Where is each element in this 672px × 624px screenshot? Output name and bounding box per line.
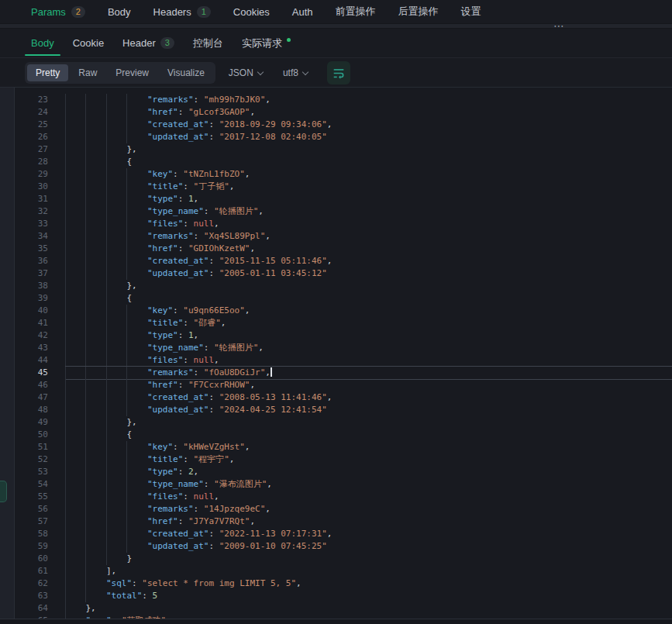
view-mode-raw[interactable]: Raw	[70, 64, 105, 81]
line-number: 63	[16, 590, 48, 602]
indent-guide	[65, 205, 66, 218]
tab-实际请求[interactable]: 实际请求	[233, 29, 300, 57]
code-line[interactable]: "remarks": "fOaU8DGiJr",	[65, 367, 672, 379]
code-line[interactable]: "type": 1,	[65, 193, 672, 205]
code-line[interactable]: "updated_at": "2009-01-10 07:45:25"	[65, 540, 672, 553]
line-number: 54	[16, 478, 48, 491]
code-line[interactable]: },	[65, 416, 672, 429]
indent-guide	[126, 342, 127, 354]
tab-cookies[interactable]: Cookies	[233, 6, 270, 18]
code-line[interactable]: "href": "J7Ya7V7RQt",	[65, 515, 672, 528]
code-line[interactable]: },	[65, 602, 672, 615]
code-line[interactable]: "key": "u9qn66E5oo",	[65, 305, 672, 317]
code-line-text: "title": "丁子韬",	[65, 181, 672, 193]
code-line[interactable]: "type": 2,	[65, 466, 672, 478]
code-line[interactable]: {	[65, 292, 672, 305]
indent-guide	[106, 391, 107, 404]
indent-guide	[65, 329, 66, 342]
view-mode-pretty[interactable]: Pretty	[27, 64, 68, 81]
code-line[interactable]: "type_name": "瀑布流图片",	[65, 478, 672, 491]
tab-设置[interactable]: 设置	[461, 5, 481, 19]
indent-guide	[106, 243, 107, 255]
tab-后置操作[interactable]: 后置操作	[398, 5, 439, 19]
view-mode-preview[interactable]: Preview	[107, 64, 157, 81]
encoding-dropdown[interactable]: utf8	[276, 67, 315, 78]
panel-handle[interactable]	[0, 481, 7, 502]
code-line-text: "files": null,	[65, 354, 672, 367]
code-line[interactable]: "href": "gLcof3GAOP",	[65, 106, 672, 119]
indent-guide	[65, 391, 66, 404]
indent-guide	[85, 478, 86, 491]
tab-label: 后置操作	[398, 5, 439, 19]
code-line-text: "remarks": "fOaU8DGiJr",	[65, 367, 672, 379]
view-mode-visualize[interactable]: Visualize	[159, 64, 213, 81]
code-line[interactable]: "sql": "select * from img LIMIT 5, 5",	[65, 577, 672, 590]
code-line[interactable]: "key": "kHWeVZgHst",	[65, 441, 672, 453]
code-line[interactable]: "files": null,	[65, 218, 672, 230]
line-number: 61	[16, 565, 48, 577]
code-line[interactable]: "title": "丁子韬",	[65, 181, 672, 193]
format-dropdown[interactable]: JSON	[222, 67, 270, 78]
line-number: 64	[16, 602, 48, 615]
panel-splitter[interactable]: ⋯	[0, 23, 672, 29]
tab-body[interactable]: Body	[22, 29, 64, 57]
code-line[interactable]: "href": "F7CcxrRHOW",	[65, 379, 672, 391]
code-line[interactable]: "href": "GDIOhKzetW",	[65, 243, 672, 255]
code-line[interactable]: "total": 5	[65, 590, 672, 602]
code-line-text: "key": "tNZnL1fbZO",	[65, 168, 672, 181]
code-line[interactable]: "remarks": "mh99h7bJK0",	[65, 94, 672, 106]
code-line[interactable]: "key": "tNZnL1fbZO",	[65, 168, 672, 181]
code-line[interactable]: "created_at": "2018-09-29 09:34:06",	[65, 119, 672, 131]
code-line[interactable]: "files": null,	[65, 354, 672, 367]
code-line-text: "created_at": "2022-11-13 07:17:31",	[65, 528, 672, 540]
indent-guide	[126, 540, 127, 553]
indent-guide	[106, 379, 107, 391]
indent-guide	[126, 379, 127, 391]
code-line[interactable]: "created_at": "2015-11-15 05:11:46",	[65, 255, 672, 267]
indent-guide	[65, 453, 66, 466]
drag-handle-icon: ⋯	[553, 22, 565, 28]
tab-控制台[interactable]: 控制台	[184, 29, 233, 57]
text-cursor	[271, 367, 272, 377]
code-line[interactable]: "type_name": "轮播图片",	[65, 342, 672, 354]
indent-guide	[126, 267, 127, 280]
code-line[interactable]: {	[65, 156, 672, 168]
indent-guide	[126, 441, 127, 453]
indent-guide	[106, 267, 107, 280]
tab-headers[interactable]: Headers1	[153, 6, 211, 18]
indent-guide	[65, 404, 66, 416]
line-number: 31	[16, 193, 48, 205]
code-line[interactable]: "title": "程宇宁",	[65, 453, 672, 466]
tab-cookie[interactable]: Cookie	[64, 29, 113, 57]
code-line[interactable]: {	[65, 429, 672, 441]
code-line[interactable]: "remarks": "14Jpzqe9eC",	[65, 503, 672, 515]
tab-params[interactable]: Params2	[31, 6, 85, 18]
code-line[interactable]: "type": 1,	[65, 329, 672, 342]
code-line[interactable]: "updated_at": "2024-04-25 12:41:54"	[65, 404, 672, 416]
tab-auth[interactable]: Auth	[292, 6, 313, 18]
word-wrap-button[interactable]	[327, 61, 350, 84]
code-line[interactable]: "created_at": "2008-05-13 11:41:46",	[65, 391, 672, 404]
line-number: 32	[16, 205, 48, 218]
code-line[interactable]: "updated_at": "2017-12-08 02:40:05"	[65, 131, 672, 143]
code-line[interactable]: }	[65, 553, 672, 565]
tab-前置操作[interactable]: 前置操作	[336, 5, 376, 19]
code-line[interactable]: "title": "邵睿",	[65, 317, 672, 329]
code-line[interactable]: "remarks": "Xq4SL89Ppl",	[65, 230, 672, 243]
code-line[interactable]: },	[65, 280, 672, 292]
indent-guide	[85, 466, 86, 478]
code-line[interactable]: "created_at": "2022-11-13 07:17:31",	[65, 528, 672, 540]
code-line[interactable]: "files": null,	[65, 491, 672, 503]
line-number: 62	[16, 577, 48, 590]
tab-body[interactable]: Body	[108, 6, 131, 18]
code-line[interactable]: "type_name": "轮播图片",	[65, 205, 672, 218]
indent-guide	[85, 193, 86, 205]
code-line[interactable]: },	[65, 143, 672, 156]
indent-guide	[85, 590, 86, 602]
code-line[interactable]: ],	[65, 565, 672, 577]
line-number: 59	[16, 540, 48, 553]
tab-header[interactable]: Header3	[113, 29, 184, 57]
json-response-editor[interactable]: 2324252627282930313233343536373839404142…	[0, 88, 672, 619]
code-line[interactable]: "updated_at": "2005-01-11 03:45:12"	[65, 267, 672, 280]
code-line-text: "sql": "select * from img LIMIT 5, 5",	[65, 577, 672, 590]
